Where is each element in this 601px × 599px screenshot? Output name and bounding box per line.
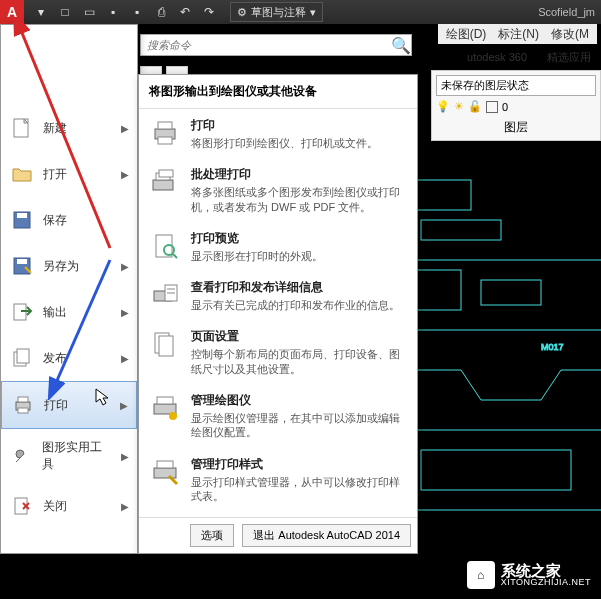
- menu-item-export[interactable]: 输出 ▶: [1, 289, 137, 335]
- submenu-desc: 显示图形在打印时的外观。: [191, 249, 407, 263]
- folder-open-icon: [9, 161, 35, 187]
- gear-icon: ⚙: [237, 6, 247, 19]
- layer-panel-title: 图层: [436, 119, 596, 136]
- submenu-title: 管理打印样式: [191, 456, 407, 473]
- svg-rect-25: [158, 122, 172, 129]
- qat-save-icon[interactable]: ▪: [102, 2, 124, 22]
- submenu-header: 将图形输出到绘图仪或其他设备: [139, 75, 417, 109]
- app-menu-button[interactable]: A: [0, 0, 24, 24]
- publish-icon: [9, 345, 35, 371]
- chevron-down-icon: ▾: [310, 6, 316, 19]
- workspace-selector[interactable]: ⚙ 草图与注释 ▾: [230, 2, 323, 22]
- qat-print-icon[interactable]: ⎙: [150, 2, 172, 22]
- page-setup-icon: [149, 328, 181, 360]
- sun-icon[interactable]: ☀: [454, 100, 464, 113]
- svg-rect-43: [157, 461, 173, 468]
- submenu-desc: 显示绘图仪管理器，在其中可以添加或编辑绘图仪配置。: [191, 411, 407, 440]
- chevron-right-icon: ▶: [121, 307, 129, 318]
- workspace-label: 草图与注释: [251, 5, 306, 20]
- svg-rect-27: [153, 180, 173, 190]
- qat-undo-icon[interactable]: ↶: [174, 2, 196, 22]
- submenu-item-preview[interactable]: 打印预览显示图形在打印时的外观。: [139, 222, 417, 271]
- submenu-desc: 将多张图纸或多个图形发布到绘图仪或打印机，或者发布为 DWF 或 PDF 文件。: [191, 185, 407, 214]
- layer-state-dropdown[interactable]: 未保存的图层状态: [436, 75, 596, 96]
- svg-rect-17: [17, 349, 29, 363]
- file-new-icon: [9, 115, 35, 141]
- drawing-canvas[interactable]: M017: [401, 170, 601, 550]
- menu-item-label: 打开: [43, 166, 67, 183]
- qat-new[interactable]: ▾: [30, 2, 52, 22]
- bulb-icon[interactable]: 💡: [436, 100, 450, 113]
- menu-item-label: 图形实用工具: [42, 439, 113, 473]
- svg-rect-1: [421, 220, 501, 240]
- print-submenu: 将图形输出到绘图仪或其他设备 打印将图形打印到绘图仪、打印机或文件。 批处理打印…: [138, 74, 418, 554]
- menu-draw[interactable]: 绘图(D): [446, 26, 487, 43]
- menu-item-open[interactable]: 打开 ▶: [1, 151, 137, 197]
- submenu-item-plotter-manager[interactable]: 管理绘图仪显示绘图仪管理器，在其中可以添加或编辑绘图仪配置。: [139, 384, 417, 448]
- chevron-right-icon: ▶: [120, 400, 128, 411]
- svg-rect-7: [421, 450, 571, 490]
- menu-item-label: 打印: [44, 397, 68, 414]
- menu-item-label: 发布: [43, 350, 67, 367]
- menu-bar: 绘图(D) 标注(N) 修改(M: [438, 24, 597, 44]
- submenu-item-print-styles[interactable]: 管理打印样式显示打印样式管理器，从中可以修改打印样式表。: [139, 448, 417, 512]
- watermark-logo-icon: ⌂: [467, 561, 495, 589]
- menu-item-close[interactable]: 关闭 ▶: [1, 483, 137, 529]
- lock-icon[interactable]: 🔓: [468, 100, 482, 113]
- options-button[interactable]: 选项: [190, 524, 234, 547]
- menu-item-print[interactable]: 打印 ▶: [1, 381, 137, 429]
- ribbon-tab-a360[interactable]: utodesk 360: [461, 49, 533, 65]
- menu-item-label: 输出: [43, 304, 67, 321]
- submenu-item-page-setup[interactable]: 页面设置控制每个新布局的页面布局、打印设备、图纸尺寸以及其他设置。: [139, 320, 417, 384]
- chevron-right-icon: ▶: [121, 169, 129, 180]
- watermark-url: XITONGZHIJIA.NET: [501, 578, 591, 587]
- layer-panel: 未保存的图层状态 💡 ☀ 🔓 0 图层: [431, 70, 601, 141]
- search-icon[interactable]: 🔍: [391, 36, 411, 55]
- chevron-right-icon: ▶: [121, 353, 129, 364]
- menu-item-label: 关闭: [43, 498, 67, 515]
- menu-item-save[interactable]: 保存: [1, 197, 137, 243]
- submenu-desc: 控制每个新布局的页面布局、打印设备、图纸尺寸以及其他设置。: [191, 347, 407, 376]
- close-doc-icon: [9, 493, 35, 519]
- qat-new-icon[interactable]: □: [54, 2, 76, 22]
- layer-color-swatch[interactable]: [486, 101, 498, 113]
- page-info-icon: [149, 279, 181, 311]
- qat-saveas-icon[interactable]: ▪: [126, 2, 148, 22]
- menu-item-save-as[interactable]: 另存为 ▶: [1, 243, 137, 289]
- submenu-title: 批处理打印: [191, 166, 407, 183]
- ribbon-tab-featured[interactable]: 精选应用: [541, 48, 597, 67]
- submenu-desc: 将图形打印到绘图仪、打印机或文件。: [191, 136, 407, 150]
- ribbon-tabs: utodesk 360 精选应用: [461, 44, 597, 70]
- menu-modify[interactable]: 修改(M: [551, 26, 589, 43]
- exit-button[interactable]: 退出 Autodesk AutoCAD 2014: [242, 524, 411, 547]
- submenu-title: 查看打印和发布详细信息: [191, 279, 407, 296]
- svg-rect-26: [158, 137, 172, 144]
- svg-point-41: [169, 412, 177, 420]
- menu-item-new[interactable]: 新建 ▶: [1, 105, 137, 151]
- print-icon: [10, 392, 36, 418]
- submenu-title: 管理绘图仪: [191, 392, 407, 409]
- submenu-item-batch-print[interactable]: 批处理打印将多张图纸或多个图形发布到绘图仪或打印机，或者发布为 DWF 或 PD…: [139, 158, 417, 222]
- wrench-icon: [9, 443, 34, 469]
- menu-annotate[interactable]: 标注(N): [498, 26, 539, 43]
- qat-open-icon[interactable]: ▭: [78, 2, 100, 22]
- menu-item-publish[interactable]: 发布 ▶: [1, 335, 137, 381]
- user-name: Scofield_jm: [538, 6, 601, 18]
- title-bar: A ▾ □ ▭ ▪ ▪ ⎙ ↶ ↷ ⚙ 草图与注释 ▾ Scofield_jm: [0, 0, 601, 24]
- printer-icon: [149, 117, 181, 149]
- submenu-item-details[interactable]: 查看打印和发布详细信息显示有关已完成的打印和发布作业的信息。: [139, 271, 417, 320]
- menu-item-label: 新建: [43, 120, 67, 137]
- save-icon: [9, 207, 35, 233]
- application-menu: 新建 ▶ 打开 ▶ 保存 另存为 ▶ 输出 ▶ 发布 ▶ 打印 ▶ 图形实用工具…: [0, 24, 138, 554]
- svg-rect-42: [154, 468, 176, 478]
- menu-item-utilities[interactable]: 图形实用工具 ▶: [1, 429, 137, 483]
- svg-rect-40: [157, 397, 173, 404]
- page-preview-icon: [149, 230, 181, 262]
- svg-rect-19: [18, 397, 28, 402]
- submenu-item-print[interactable]: 打印将图形打印到绘图仪、打印机或文件。: [139, 109, 417, 158]
- submenu-title: 页面设置: [191, 328, 407, 345]
- svg-line-32: [173, 254, 177, 258]
- svg-text:M017: M017: [541, 342, 564, 352]
- search-input[interactable]: [141, 39, 391, 51]
- qat-redo-icon[interactable]: ↷: [198, 2, 220, 22]
